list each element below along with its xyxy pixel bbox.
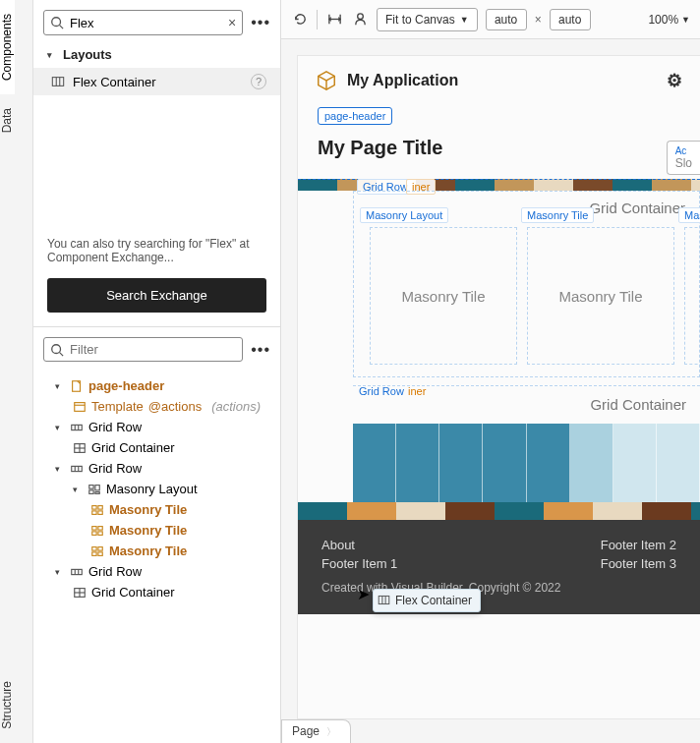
grid-bars [353, 424, 700, 502]
rail-tab-structure[interactable]: Structure [0, 667, 15, 743]
masonry-icon [88, 483, 101, 496]
tree-grid-row[interactable]: ▾ Grid Row [33, 458, 280, 479]
grid-container[interactable]: Grid Container Masonry Layout Masonry Ti… [353, 191, 700, 377]
grid-container-icon [73, 586, 87, 600]
svg-rect-36 [72, 569, 83, 574]
refresh-icon[interactable] [291, 11, 309, 29]
structure-filter-input[interactable] [70, 342, 236, 357]
cursor-icon: ➤ [357, 585, 370, 603]
canvas-toolbar: Fit to Canvas ▼ auto × auto 100% ▼ [281, 0, 700, 39]
svg-rect-23 [95, 491, 99, 493]
search-exchange-button[interactable]: Search Exchange [47, 278, 266, 313]
chevron-down-icon: ▼ [681, 15, 690, 25]
fragment-icon [70, 379, 84, 393]
svg-rect-34 [92, 551, 96, 555]
svg-line-1 [60, 26, 64, 29]
svg-rect-35 [98, 551, 102, 555]
design-canvas[interactable]: My Application ⚙ page-header Ac Slo My P… [297, 55, 700, 719]
grid-container[interactable]: Grid Row iner Grid Container [353, 385, 700, 502]
tree-page-header[interactable]: ▾ page-header [33, 375, 280, 396]
rail-tab-data[interactable]: Data [0, 94, 15, 146]
chevron-down-icon: ▾ [55, 381, 65, 391]
tree-masonry-tile[interactable]: Masonry Tile [33, 541, 280, 561]
tree-grid-row[interactable]: ▾ Grid Row [33, 561, 280, 582]
category-layouts[interactable]: ▾ Layouts [33, 41, 280, 68]
width-input[interactable]: auto [486, 9, 527, 30]
svg-rect-30 [92, 531, 96, 535]
user-icon[interactable] [351, 11, 369, 29]
grid-row-icon [70, 421, 84, 434]
svg-rect-20 [89, 485, 93, 488]
svg-rect-27 [98, 510, 102, 514]
svg-rect-2 [52, 78, 63, 86]
page-header-tag[interactable]: page-header [318, 107, 392, 125]
svg-rect-24 [92, 505, 96, 509]
tree-template-actions[interactable]: Template @actions (actions) [33, 396, 280, 417]
tile-icon [90, 524, 104, 538]
svg-line-6 [60, 352, 64, 356]
app-logo-icon [316, 70, 337, 91]
filter-more-menu[interactable]: ••• [251, 341, 270, 359]
masonry-tile-tag[interactable]: Maso [678, 207, 700, 223]
rail-tab-components[interactable]: Components [0, 0, 15, 94]
structure-filter[interactable] [43, 337, 243, 362]
svg-rect-22 [89, 489, 93, 493]
masonry-tile[interactable]: Masonry Tile [370, 227, 517, 365]
tree-grid-row[interactable]: ▾ Grid Row [33, 417, 280, 437]
gear-icon[interactable]: ⚙ [667, 70, 682, 91]
fit-to-canvas[interactable]: Fit to Canvas ▼ [377, 8, 478, 31]
search-icon [50, 343, 64, 357]
masonry-layout-tag[interactable]: Masonry Layout [360, 207, 448, 223]
masonry-tile-tag[interactable]: Masonry Tile [521, 207, 594, 223]
drag-preview: Flex Container [373, 589, 481, 612]
tree-masonry-tile[interactable]: Masonry Tile [33, 520, 280, 541]
svg-rect-26 [92, 510, 96, 514]
page-title: My Page Title [298, 133, 700, 179]
svg-rect-28 [92, 526, 96, 530]
grid-row-tag[interactable]: Grid Row [359, 385, 404, 397]
svg-rect-29 [98, 526, 102, 530]
svg-rect-21 [95, 485, 99, 489]
grid-row-icon [70, 565, 84, 579]
svg-point-5 [52, 344, 61, 353]
result-flex-container[interactable]: Flex Container ? [33, 68, 280, 95]
svg-rect-32 [92, 546, 96, 550]
svg-rect-48 [379, 596, 389, 603]
grid-container-icon [73, 441, 87, 455]
search-more-menu[interactable]: ••• [251, 14, 270, 31]
exchange-hint: You can also try searching for "Flex" at… [33, 223, 280, 272]
app-header: My Application ⚙ [298, 56, 700, 105]
tree-masonry-tile[interactable]: Masonry Tile [33, 499, 280, 520]
svg-rect-25 [98, 505, 102, 509]
component-search-input[interactable] [70, 16, 222, 30]
height-input[interactable]: auto [550, 9, 591, 30]
template-icon [73, 400, 87, 414]
tree-grid-container[interactable]: Grid Container [33, 437, 280, 458]
tree-masonry-layout[interactable]: ▾ Masonry Layout [33, 479, 280, 499]
masonry-tile[interactable]: Masonry Tile [527, 227, 674, 365]
flex-container-icon [51, 75, 65, 88]
component-search[interactable]: × [43, 10, 243, 35]
svg-rect-31 [98, 531, 102, 535]
help-icon[interactable]: ? [251, 74, 266, 89]
flex-container-icon [378, 594, 390, 609]
actions-slot[interactable]: Ac Slo [667, 141, 700, 175]
zoom-select[interactable]: 100% ▼ [648, 13, 690, 27]
chevron-down-icon: ▼ [460, 15, 469, 25]
width-icon[interactable] [325, 11, 343, 29]
search-icon [50, 16, 64, 29]
svg-point-45 [357, 14, 363, 20]
tile-icon [90, 503, 104, 517]
tree-grid-container[interactable]: Grid Container [33, 582, 280, 602]
chevron-down-icon: ▾ [55, 464, 65, 474]
iner-tag[interactable]: iner [408, 385, 426, 397]
masonry-tile[interactable] [684, 227, 700, 365]
svg-rect-11 [72, 425, 83, 429]
svg-rect-17 [72, 466, 83, 471]
svg-rect-9 [75, 402, 86, 411]
page-tab[interactable]: Page 〉 [281, 719, 351, 743]
tile-icon [90, 544, 104, 558]
clear-search-icon[interactable]: × [228, 15, 236, 30]
chevron-down-icon: ▾ [55, 423, 65, 432]
chevron-down-icon: ▾ [73, 485, 83, 494]
